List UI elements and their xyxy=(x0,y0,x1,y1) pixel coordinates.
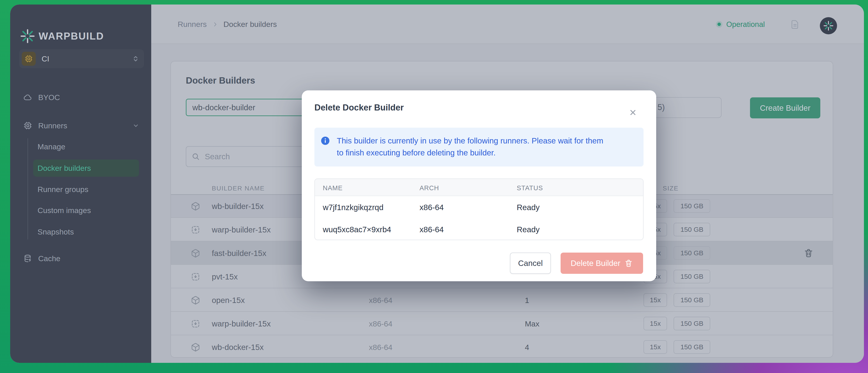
disk-badge: 150 GB xyxy=(674,246,710,260)
info-icon xyxy=(320,136,330,146)
disk-badge: 150 GB xyxy=(674,293,710,307)
runner-arch: x86-64 xyxy=(420,203,444,212)
runners-table-header: NAME ARCH STATUS xyxy=(315,179,643,196)
sidebar-item-label: Manage xyxy=(37,142,65,151)
search-icon xyxy=(192,152,200,161)
runner-row: w7jf1nzkgikqzrqd x86-64 Ready xyxy=(315,196,643,218)
builder-name: fast-builder-15x xyxy=(212,249,266,258)
cpu-badge: 15x xyxy=(644,340,667,354)
starburst-logo-icon xyxy=(20,29,35,44)
chip-icon xyxy=(22,52,36,66)
cpu-badge: 15x xyxy=(644,293,667,307)
cube-icon xyxy=(191,342,200,352)
runner-name: wuq5xc8ac7×9xrb4 xyxy=(323,225,391,234)
sidebar-item-custom-images[interactable]: Custom images xyxy=(37,202,142,219)
sidebar-item-docker-builders[interactable]: Docker builders xyxy=(37,160,142,177)
sidebar-item-runners[interactable]: Runners xyxy=(10,117,151,134)
sidebar-item-label: Runners xyxy=(38,121,67,130)
sidebar-item-manage[interactable]: Manage xyxy=(37,138,142,155)
cube-icon xyxy=(191,296,200,305)
notice-text: This builder is currently in use by the … xyxy=(337,135,640,159)
document-icon xyxy=(789,19,800,30)
docs-button[interactable] xyxy=(789,19,800,30)
builder-name: warp-builder-15x xyxy=(212,319,271,328)
table-row[interactable]: warp-builder-15x x86-64 Max 15x 150 GB xyxy=(171,312,833,335)
sidebar-item-label: Custom images xyxy=(37,206,91,215)
cpu-badge: 15x xyxy=(644,317,667,330)
brand-logo: WARPBUILD xyxy=(20,28,104,44)
desktop-background: WARPBUILD CI BYOC Runners Ma xyxy=(0,0,868,373)
column-header-status: STATUS xyxy=(517,184,543,192)
sidebar-item-label: Snapshots xyxy=(37,228,74,236)
builder-name: open-15x xyxy=(212,296,245,305)
sidebar-item-label: Cache xyxy=(38,254,60,263)
delete-builder-label: Delete Builder xyxy=(571,259,620,268)
sidebar-item-label: BYOC xyxy=(38,93,60,102)
breadcrumb-runners[interactable]: Runners xyxy=(178,20,207,29)
workspace-switcher[interactable]: CI xyxy=(19,49,144,68)
runner-name: w7jf1nzkgikqzrqd xyxy=(323,203,383,212)
sidebar-item-runner-groups[interactable]: Runner groups xyxy=(37,181,142,198)
sidebar-item-byoc[interactable]: BYOC xyxy=(10,89,151,106)
runner-status: Ready xyxy=(517,225,539,234)
sidebar-item-snapshots[interactable]: Snapshots xyxy=(37,223,142,240)
breadcrumb-docker-builders: Docker builders xyxy=(223,20,277,29)
builder-name: warp-builder-15x xyxy=(212,225,271,234)
disk-badge: 150 GB xyxy=(674,199,710,213)
notice-line: to finish executing before deleting the … xyxy=(337,147,640,159)
column-header-size: SIZE xyxy=(654,185,679,192)
chip-icon xyxy=(23,121,32,130)
page-title: Docker Builders xyxy=(186,75,255,86)
builder-name: wb-builder-15x xyxy=(212,202,264,211)
breadcrumb: Runners Docker builders xyxy=(178,4,277,44)
table-row[interactable]: wb-docker-15x x86-64 4 15x 150 GB xyxy=(171,335,833,358)
avatar[interactable] xyxy=(820,17,837,34)
runners-table: NAME ARCH STATUS w7jf1nzkgikqzrqd x86-64… xyxy=(314,178,644,240)
trash-icon[interactable] xyxy=(804,248,813,258)
runner-row: wuq5xc8ac7×9xrb4 x86-64 Ready xyxy=(315,218,643,240)
starburst-avatar-icon xyxy=(823,21,834,31)
modal-title: Delete Docker Builder xyxy=(314,103,404,112)
disk-badge: 150 GB xyxy=(674,317,710,330)
sidebar-item-cache[interactable]: Cache xyxy=(10,250,151,267)
sidebar-item-label: Runner groups xyxy=(37,185,88,194)
sidebar: WARPBUILD CI BYOC Runners Ma xyxy=(10,4,151,363)
scan-icon xyxy=(191,272,200,281)
sub-nav-guide-line xyxy=(28,138,28,239)
workspace-label: CI xyxy=(41,55,126,63)
brand-name: WARPBUILD xyxy=(39,31,104,42)
column-header-name: NAME xyxy=(323,184,343,192)
cube-icon xyxy=(191,248,200,258)
database-icon xyxy=(23,254,32,263)
create-builder-button[interactable]: Create Builder xyxy=(750,97,820,118)
chevron-up-down-icon xyxy=(132,55,140,63)
size-select-value: 5) xyxy=(657,103,665,112)
runner-arch: x86-64 xyxy=(420,225,444,234)
status-indicator[interactable]: Operational xyxy=(717,4,765,44)
delete-docker-builder-modal: Delete Docker Builder This builder is cu… xyxy=(302,90,656,281)
app-window: WARPBUILD CI BYOC Runners Ma xyxy=(10,4,864,363)
chevron-down-icon xyxy=(132,122,140,129)
cloud-icon xyxy=(23,93,32,102)
builder-arch: x86-64 xyxy=(369,319,393,328)
trash-icon xyxy=(624,259,633,268)
info-notice: This builder is currently in use by the … xyxy=(314,128,644,167)
cancel-button[interactable]: Cancel xyxy=(510,252,551,274)
disk-badge: 150 GB xyxy=(674,340,710,354)
close-icon[interactable] xyxy=(628,108,638,117)
chevron-right-icon xyxy=(212,21,219,28)
sidebar-item-label: Docker builders xyxy=(37,164,91,173)
builder-name: wb-docker-15x xyxy=(212,343,264,352)
disk-badge: 150 GB xyxy=(674,270,710,283)
builder-name: pvt-15x xyxy=(212,272,238,281)
status-label: Operational xyxy=(726,20,765,29)
builder-arch: x86-64 xyxy=(369,296,393,305)
notice-line: This builder is currently in use by the … xyxy=(337,135,640,147)
runner-status: Ready xyxy=(517,203,539,212)
builder-concurrency: 1 xyxy=(525,296,529,305)
topbar: Runners Docker builders Operational xyxy=(151,4,864,44)
table-row[interactable]: open-15x x86-64 1 15x 150 GB xyxy=(171,288,833,312)
scan-icon xyxy=(191,225,200,235)
scan-icon xyxy=(191,319,200,329)
delete-builder-button[interactable]: Delete Builder xyxy=(561,252,643,274)
